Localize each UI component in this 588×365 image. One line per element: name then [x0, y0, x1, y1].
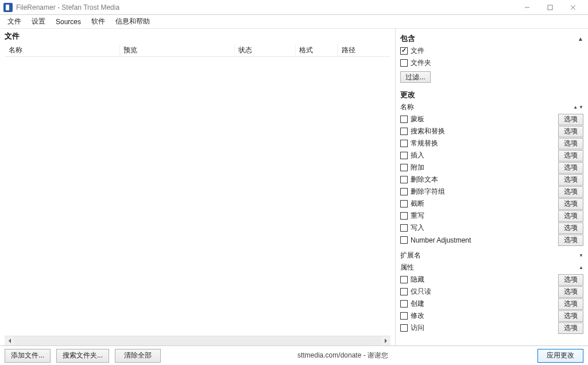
attr-item-options-button[interactable]: 选项 — [558, 298, 583, 310]
name-item-options-button[interactable]: 选项 — [558, 186, 583, 198]
files-table-body[interactable] — [5, 57, 390, 334]
include-folders-row: 文件夹 — [400, 57, 583, 69]
name-item-label: 蒙板 — [411, 114, 556, 124]
scroll-left-arrow[interactable] — [5, 336, 14, 346]
name-item-options-button[interactable]: 选项 — [558, 162, 583, 174]
name-item-row: 重写选项 — [400, 210, 583, 222]
scroll-track[interactable] — [14, 336, 381, 345]
scroll-right-arrow[interactable] — [381, 336, 390, 346]
attr-item-row: 创建选项 — [400, 298, 583, 310]
name-subheader[interactable]: 名称 ▲ ▼ — [400, 101, 583, 113]
name-item-label: 写入 — [411, 223, 556, 233]
app-icon — [3, 3, 13, 12]
donate-text: sttmedia.com/donate - 谢谢您 — [297, 351, 388, 360]
name-item-options-button[interactable]: 选项 — [558, 138, 583, 149]
attr-up-icon: ▲ — [579, 265, 583, 270]
name-item-label: 重写 — [411, 211, 556, 221]
add-files-button[interactable]: 添加文件... — [5, 349, 51, 363]
attr-item-checkbox[interactable] — [400, 276, 408, 283]
menu-settings[interactable]: 设置 — [26, 16, 51, 28]
name-item-row: 删除文本选项 — [400, 174, 583, 186]
name-item-row: 截断选项 — [400, 198, 583, 210]
attr-items-list: 隐藏选项仅只读选项创建选项修改选项访问选项 — [400, 274, 583, 334]
search-folders-button[interactable]: 搜索文件夹... — [56, 349, 109, 363]
name-item-checkbox[interactable] — [400, 236, 408, 244]
name-up-icon: ▲ — [573, 105, 578, 110]
attr-item-row: 访问选项 — [400, 322, 583, 334]
attr-item-checkbox[interactable] — [400, 300, 408, 308]
name-item-checkbox[interactable] — [400, 116, 408, 123]
menu-software[interactable]: 软件 — [86, 16, 110, 28]
name-item-checkbox[interactable] — [400, 164, 408, 171]
files-table: 名称 预览 状态 格式 路径 — [5, 44, 390, 335]
clear-all-button[interactable]: 清除全部 — [115, 349, 161, 363]
window-title: FileRenamer - Stefan Trost Media — [16, 3, 119, 11]
maximize-button[interactable] — [539, 0, 562, 15]
attr-item-checkbox[interactable] — [400, 324, 408, 332]
apply-changes-button[interactable]: 应用更改 — [537, 349, 583, 363]
name-item-checkbox[interactable] — [400, 140, 408, 147]
name-item-checkbox[interactable] — [400, 188, 408, 195]
name-item-row: 常规替换选项 — [400, 137, 583, 149]
name-item-checkbox[interactable] — [400, 200, 408, 208]
name-item-options-button[interactable]: 选项 — [558, 174, 583, 186]
name-item-row: 插入选项 — [400, 149, 583, 162]
filter-button[interactable]: 过滤... — [400, 71, 431, 83]
include-header[interactable]: 包含 ▲ — [400, 31, 583, 45]
name-subheader-label: 名称 — [400, 102, 414, 112]
name-item-options-button[interactable]: 选项 — [558, 126, 583, 137]
change-header-label: 更改 — [400, 90, 415, 100]
menu-help[interactable]: 信息和帮助 — [110, 16, 155, 28]
titlebar: FileRenamer - Stefan Trost Media — [0, 0, 588, 15]
name-item-options-button[interactable]: 选项 — [558, 222, 583, 234]
attr-subheader[interactable]: 属性 ▲ — [400, 262, 583, 274]
name-item-row: 搜索和替换选项 — [400, 125, 583, 137]
attr-item-options-button[interactable]: 选项 — [558, 286, 583, 298]
attr-item-checkbox[interactable] — [400, 312, 408, 320]
name-item-label: 删除文本 — [411, 175, 556, 185]
attr-item-label: 访问 — [411, 323, 556, 333]
name-item-checkbox[interactable] — [400, 152, 408, 159]
name-item-checkbox[interactable] — [400, 128, 408, 135]
ext-down-icon: ▼ — [579, 253, 583, 258]
name-item-checkbox[interactable] — [400, 212, 408, 220]
ext-subheader[interactable]: 扩展名 ▼ — [400, 249, 583, 262]
attr-subheader-label: 属性 — [400, 263, 414, 272]
col-format[interactable]: 格式 — [296, 44, 338, 56]
name-item-label: 搜索和替换 — [411, 126, 556, 136]
name-item-row: 删除字符组选项 — [400, 186, 583, 198]
minimize-button[interactable] — [516, 0, 539, 15]
name-item-options-button[interactable]: 选项 — [558, 198, 583, 210]
include-folders-checkbox[interactable] — [400, 59, 408, 67]
name-item-checkbox[interactable] — [400, 176, 408, 183]
attr-item-label: 隐藏 — [411, 275, 556, 285]
name-item-options-button[interactable]: 选项 — [558, 210, 583, 222]
name-item-options-button[interactable]: 选项 — [558, 235, 583, 246]
svg-rect-2 — [548, 5, 552, 10]
attr-item-row: 修改选项 — [400, 310, 583, 322]
name-item-row: 蒙板选项 — [400, 113, 583, 125]
name-item-label: 截断 — [411, 199, 556, 209]
col-name[interactable]: 名称 — [5, 44, 120, 56]
include-files-checkbox[interactable] — [400, 47, 408, 55]
options-panel: 包含 ▲ 文件 文件夹 过滤... 更改 名称 ▲ ▼ 蒙板选项搜索和替换选项常… — [396, 29, 588, 345]
close-button[interactable] — [562, 0, 585, 15]
attr-item-checkbox[interactable] — [400, 288, 408, 295]
name-item-options-button[interactable]: 选项 — [558, 150, 583, 162]
col-status[interactable]: 状态 — [235, 44, 296, 56]
change-header[interactable]: 更改 — [400, 87, 583, 101]
name-item-checkbox[interactable] — [400, 224, 408, 232]
name-item-options-button[interactable]: 选项 — [558, 114, 583, 125]
name-item-row: 写入选项 — [400, 222, 583, 234]
col-preview[interactable]: 预览 — [120, 44, 235, 56]
attr-item-options-button[interactable]: 选项 — [558, 310, 583, 322]
horizontal-scrollbar[interactable] — [5, 336, 390, 345]
attr-item-row: 隐藏选项 — [400, 274, 583, 286]
menu-sources[interactable]: Sources — [51, 17, 86, 27]
attr-item-options-button[interactable]: 选项 — [558, 322, 583, 334]
attr-item-row: 仅只读选项 — [400, 286, 583, 298]
attr-item-options-button[interactable]: 选项 — [558, 274, 583, 286]
col-path[interactable]: 路径 — [338, 44, 390, 56]
menu-file[interactable]: 文件 — [2, 16, 26, 28]
files-panel-title: 文件 — [0, 29, 395, 43]
